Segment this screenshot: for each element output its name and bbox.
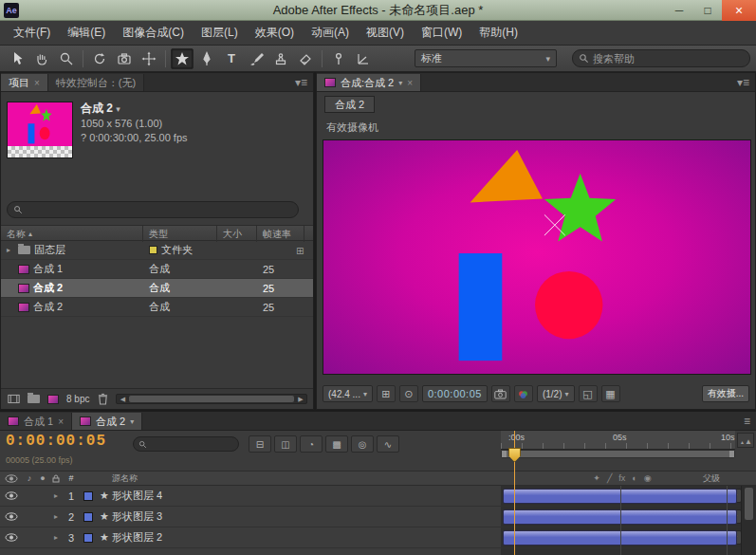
- mask-visibility-icon[interactable]: ⊙: [399, 385, 418, 402]
- draft-3d-icon[interactable]: ◫: [274, 435, 297, 453]
- clone-stamp-tool-icon[interactable]: [269, 48, 292, 69]
- column-parent[interactable]: 父级: [678, 472, 745, 485]
- layer-color-chip[interactable]: [83, 512, 93, 522]
- motion-blur-icon[interactable]: ◎: [351, 435, 374, 453]
- tab-effect-controls[interactable]: 特效控制台：(无): [48, 74, 144, 91]
- pen-tool-icon[interactable]: [195, 48, 218, 69]
- column-index[interactable]: #: [63, 473, 80, 483]
- snapshot-camera-icon[interactable]: [491, 385, 510, 402]
- comp-breadcrumb-tab[interactable]: 合成 2: [324, 96, 375, 113]
- new-folder-icon[interactable]: [27, 394, 40, 405]
- layer-row-clipped[interactable]: [0, 548, 756, 555]
- tab-project[interactable]: 项目 ×: [1, 74, 48, 91]
- horizontal-scrollbar[interactable]: ◀ ▶: [116, 394, 307, 404]
- workspace-dropdown[interactable]: 标准 ▾: [415, 49, 557, 67]
- timeline-search-box[interactable]: [133, 436, 239, 452]
- visibility-column-icon[interactable]: [0, 474, 23, 483]
- column-framerate[interactable]: 帧速率: [257, 226, 304, 242]
- rectangle-shape[interactable]: [459, 253, 503, 361]
- interpret-footage-icon[interactable]: [7, 394, 20, 405]
- timeline-zoom-icons[interactable]: ▲ ▲: [737, 433, 754, 448]
- tab-composition-viewer[interactable]: 合成:合成 2 ▾ ×: [317, 74, 421, 91]
- effects-icon[interactable]: ╱: [607, 473, 612, 483]
- expand-icon[interactable]: ▸: [49, 512, 63, 521]
- transparency-grid-icon[interactable]: ▦: [601, 385, 620, 402]
- triangle-shape[interactable]: [470, 150, 543, 203]
- comp-thumbnail[interactable]: [7, 102, 73, 158]
- time-ruler[interactable]: :00s 05s 10s: [501, 431, 735, 450]
- scroll-left-icon[interactable]: ◀: [117, 396, 128, 403]
- timeline-vertical-scrollbar[interactable]: [741, 486, 756, 555]
- project-row-comp2-selected[interactable]: 合成 2 合成 25: [1, 279, 313, 298]
- selection-tool-icon[interactable]: [6, 48, 28, 69]
- menu-composition[interactable]: 图像合成(C): [115, 22, 192, 44]
- expand-icon[interactable]: ▸: [49, 533, 63, 542]
- puppet-pin-tool-icon[interactable]: [327, 48, 350, 69]
- graph-editor-icon[interactable]: ∿: [377, 435, 399, 453]
- panel-menu-icon[interactable]: ≡: [738, 415, 756, 428]
- panel-menu-icon[interactable]: ▾≡: [289, 76, 313, 89]
- viewer-timecode[interactable]: 0:00:00:05: [422, 385, 488, 402]
- eye-icon[interactable]: [0, 491, 23, 500]
- current-timecode[interactable]: 0:00:00:05: [6, 433, 106, 450]
- camera-tool-icon[interactable]: [113, 48, 136, 69]
- menu-window[interactable]: 窗口(W): [414, 22, 470, 44]
- audio-column-icon[interactable]: ♪: [23, 473, 36, 483]
- eye-icon[interactable]: [0, 533, 23, 542]
- column-size[interactable]: 大小: [217, 226, 257, 242]
- brush-tool-icon[interactable]: [245, 48, 267, 69]
- pan-behind-tool-icon[interactable]: [138, 48, 160, 69]
- timeline-tab-comp1[interactable]: 合成 1 ×: [0, 413, 72, 430]
- layer-row-2[interactable]: ▸ 2 ★ 形状图层 3 ✦☀╱ ◎ 无▾: [0, 507, 756, 527]
- menu-help[interactable]: 帮助(H): [471, 22, 526, 44]
- shy-layers-icon[interactable]: ◔: [300, 435, 323, 453]
- adjustment-icon[interactable]: ◐: [632, 473, 636, 483]
- close-icon[interactable]: ×: [34, 78, 40, 88]
- region-of-interest-icon[interactable]: ◱: [579, 385, 598, 402]
- quality-icon[interactable]: ✦: [593, 473, 600, 483]
- close-icon[interactable]: ×: [407, 78, 413, 88]
- 3d-layer-icon[interactable]: ◉: [644, 473, 652, 483]
- work-area-bar[interactable]: [501, 450, 735, 458]
- eraser-tool-icon[interactable]: [294, 48, 317, 69]
- rotation-tool-icon[interactable]: [88, 48, 111, 69]
- menu-animation[interactable]: 动画(A): [304, 22, 357, 44]
- bit-depth-label[interactable]: 8 bpc: [66, 394, 89, 404]
- resolution-dropdown[interactable]: (1/2) ▾: [537, 385, 575, 402]
- menu-view[interactable]: 视图(V): [359, 22, 412, 44]
- text-tool-icon[interactable]: T: [220, 48, 243, 69]
- menu-edit[interactable]: 编辑(E): [60, 22, 113, 44]
- column-source-name[interactable]: 源名称: [112, 472, 581, 485]
- grid-guides-icon[interactable]: ⊞: [377, 385, 396, 402]
- hand-tool-icon[interactable]: [30, 48, 53, 69]
- menu-layer[interactable]: 图层(L): [194, 22, 246, 44]
- minimize-button[interactable]: ─: [665, 0, 693, 21]
- layer-row-1[interactable]: ▸ 1 ★ 形状图层 4 ✦☀╱ ◎ 无▾: [0, 486, 756, 507]
- mini-flowchart-icon[interactable]: ⊟: [249, 435, 271, 453]
- star-shape[interactable]: [544, 174, 616, 242]
- playhead-marker[interactable]: [508, 448, 521, 462]
- fx-icon[interactable]: fx: [618, 473, 625, 483]
- scrollbar-thumb[interactable]: [745, 488, 753, 520]
- new-composition-icon[interactable]: [46, 394, 60, 405]
- zoom-tool-icon[interactable]: [55, 48, 78, 69]
- column-name[interactable]: 名称▴: [1, 226, 143, 242]
- project-row-comp2b[interactable]: 合成 2 合成 25: [1, 298, 313, 317]
- scrollbar-thumb[interactable]: [129, 396, 294, 402]
- show-channels-icon[interactable]: [514, 385, 533, 402]
- expand-icon[interactable]: ▸: [49, 491, 63, 500]
- help-search-box[interactable]: [572, 49, 750, 67]
- zoom-dropdown[interactable]: (42.4 ... ▾: [323, 385, 373, 402]
- project-row-solids[interactable]: ▸固态层 文件夹: [1, 241, 313, 260]
- zoom-in-mountain-icon[interactable]: ▲: [745, 439, 752, 445]
- expand-icon[interactable]: ▸: [7, 246, 14, 254]
- project-row-comp1[interactable]: 合成 1 合成 25: [1, 260, 313, 279]
- help-search-input[interactable]: [593, 53, 744, 65]
- axis-mode-icon[interactable]: [352, 48, 375, 69]
- menu-file[interactable]: 文件(F): [6, 22, 58, 44]
- timeline-search-input[interactable]: [150, 439, 233, 450]
- panel-menu-icon[interactable]: ▾≡: [731, 76, 755, 89]
- lock-column-icon[interactable]: [49, 474, 63, 483]
- timeline-tab-comp2[interactable]: 合成 2 ▾: [72, 413, 142, 430]
- frame-blend-icon[interactable]: ▩: [325, 435, 348, 453]
